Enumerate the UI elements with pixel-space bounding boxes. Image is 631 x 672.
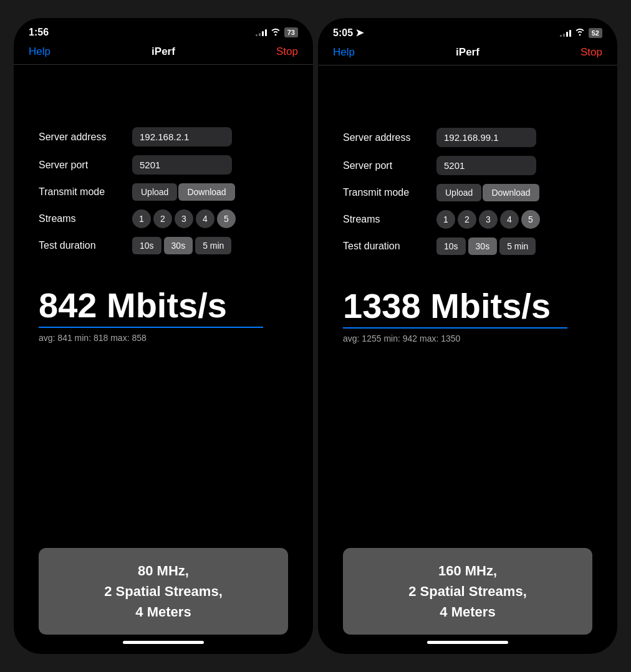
duration-label: Test duration: [343, 241, 436, 252]
wifi-icon: [271, 28, 281, 37]
streams-row: Streams12345: [39, 209, 288, 228]
signal-bars-icon: [560, 29, 571, 37]
home-bar: [123, 641, 204, 644]
signal-bars-icon: [256, 29, 267, 36]
server-address-input[interactable]: [132, 127, 232, 146]
battery-icon: 52: [589, 28, 602, 38]
stream-3-button[interactable]: 3: [479, 210, 498, 229]
speed-underline: [39, 327, 263, 328]
status-right: 73: [256, 27, 298, 37]
server-port-label: Server port: [39, 160, 132, 171]
server-port-label: Server port: [343, 160, 436, 171]
phone-content: Server addressServer portTransmit modeUp…: [318, 65, 617, 654]
duration-5-min-button[interactable]: 5 min: [195, 237, 231, 254]
settings-area: Server addressServer portTransmit modeUp…: [318, 78, 617, 276]
stream-4-button[interactable]: 4: [196, 209, 214, 228]
stream-1-button[interactable]: 1: [132, 209, 151, 228]
duration-label: Test duration: [39, 240, 132, 251]
home-indicator: [318, 635, 617, 654]
streams-group: 12345: [132, 209, 236, 228]
server-port-row: Server port: [343, 156, 592, 175]
app-title: iPerf: [456, 46, 479, 59]
speed-value: 842 Mbits/s: [39, 288, 288, 323]
status-bar: 5:05 ➤52: [318, 18, 617, 44]
home-indicator: [14, 635, 313, 654]
server-port-input[interactable]: [132, 155, 232, 175]
phone-left: 1:5673HelpiPerfStopServer addressServer …: [14, 18, 313, 654]
speed-stats: avg: 1255 min: 942 max: 1350: [343, 334, 592, 343]
transmit-mode-row: Transmit modeUploadDownload: [39, 183, 288, 201]
app-title: iPerf: [152, 46, 175, 58]
server-port-row: Server port: [39, 155, 288, 175]
transmit-mode-toggle: UploadDownload: [436, 184, 539, 201]
speed-section: 842 Mbits/savg: 841 min: 818 max: 858: [14, 276, 313, 548]
speed-section: 1338 Mbits/savg: 1255 min: 942 max: 1350: [318, 276, 617, 548]
status-time: 5:05 ➤: [333, 27, 364, 39]
duration-10s-button[interactable]: 10s: [436, 238, 466, 255]
help-button[interactable]: Help: [333, 46, 355, 59]
streams-label: Streams: [39, 213, 132, 224]
duration-5-min-button[interactable]: 5 min: [499, 238, 536, 255]
duration-10s-button[interactable]: 10s: [132, 237, 161, 254]
speed-value: 1338 Mbits/s: [343, 289, 592, 324]
battery-icon: 73: [284, 27, 298, 37]
phone-right: 5:05 ➤52HelpiPerfStopServer addressServe…: [318, 18, 617, 654]
stream-3-button[interactable]: 3: [175, 209, 193, 228]
status-right: 52: [560, 28, 602, 38]
info-box: 160 MHz, 2 Spatial Streams, 4 Meters: [343, 548, 592, 635]
stream-2-button[interactable]: 2: [458, 210, 476, 229]
duration-30s-button[interactable]: 30s: [468, 238, 498, 255]
info-box: 80 MHz, 2 Spatial Streams, 4 Meters: [39, 548, 288, 635]
settings-area: Server addressServer portTransmit modeUp…: [14, 77, 313, 276]
battery-level: 52: [589, 28, 602, 38]
streams-label: Streams: [343, 214, 436, 225]
home-bar: [427, 641, 508, 644]
server-address-input[interactable]: [436, 128, 536, 147]
stream-2-button[interactable]: 2: [153, 209, 172, 228]
transmit-mode-toggle: UploadDownload: [132, 183, 235, 201]
transmit-download-button[interactable]: Download: [483, 184, 539, 201]
wifi-icon: [575, 28, 585, 37]
transmit-mode-row: Transmit modeUploadDownload: [343, 184, 592, 201]
streams-group: 12345: [436, 210, 540, 229]
duration-row: Test duration10s30s5 min: [39, 237, 288, 254]
stop-button[interactable]: Stop: [580, 46, 602, 59]
transmit-mode-label: Transmit mode: [343, 187, 436, 198]
server-port-input[interactable]: [436, 156, 536, 175]
speed-stats: avg: 841 min: 818 max: 858: [39, 333, 288, 343]
duration-row: Test duration10s30s5 min: [343, 238, 592, 255]
nav-bar: HelpiPerfStop: [14, 43, 313, 65]
transmit-upload-button[interactable]: Upload: [132, 183, 177, 201]
stop-button[interactable]: Stop: [276, 46, 298, 58]
duration-30s-button[interactable]: 30s: [164, 237, 193, 254]
phones-container: 1:5673HelpiPerfStopServer addressServer …: [7, 12, 624, 660]
server-address-row: Server address: [343, 128, 592, 147]
transmit-download-button[interactable]: Download: [178, 183, 234, 201]
transmit-upload-button[interactable]: Upload: [436, 184, 481, 201]
status-time: 1:56: [29, 27, 49, 38]
stream-4-button[interactable]: 4: [500, 210, 519, 229]
duration-group: 10s30s5 min: [436, 238, 536, 255]
server-address-label: Server address: [39, 132, 132, 143]
server-address-label: Server address: [343, 132, 436, 143]
streams-row: Streams12345: [343, 210, 592, 229]
nav-bar: HelpiPerfStop: [318, 44, 617, 65]
status-bar: 1:5673: [14, 18, 313, 43]
help-button[interactable]: Help: [29, 46, 51, 58]
transmit-mode-label: Transmit mode: [39, 186, 132, 198]
duration-group: 10s30s5 min: [132, 237, 231, 254]
phone-content: Server addressServer portTransmit modeUp…: [14, 65, 313, 654]
battery-level: 73: [284, 27, 298, 37]
server-address-row: Server address: [39, 127, 288, 146]
stream-5-button[interactable]: 5: [217, 209, 236, 228]
speed-underline: [343, 327, 567, 329]
stream-1-button[interactable]: 1: [436, 210, 455, 229]
stream-5-button[interactable]: 5: [521, 210, 540, 229]
